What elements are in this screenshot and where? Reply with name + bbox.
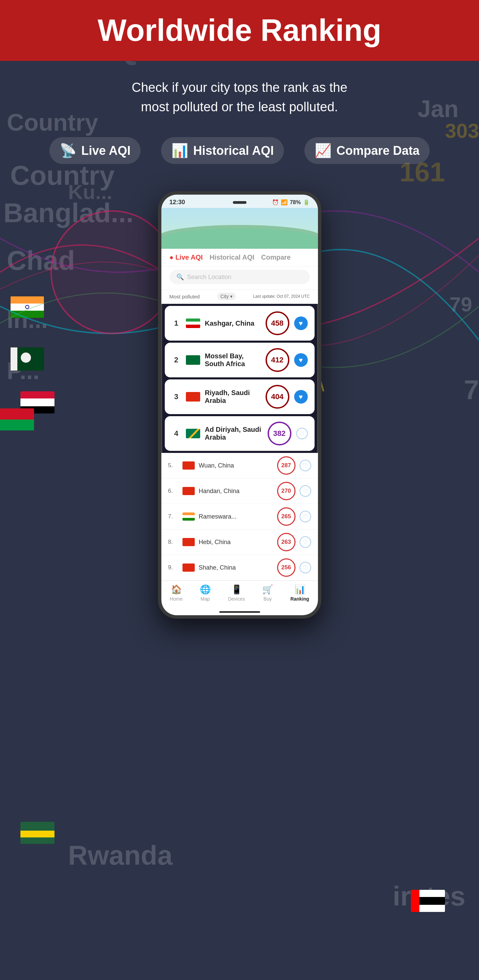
alarm-icon: ⏰ xyxy=(272,199,279,205)
nav-ranking-label: Ranking xyxy=(291,596,309,601)
feature-live-aqi[interactable]: 📡 Live AQI xyxy=(49,137,141,164)
rank-favorite-9[interactable]: ♡ xyxy=(300,562,311,573)
rank-favorite-1[interactable]: ♥ xyxy=(294,317,308,330)
filter-label: Most polluted xyxy=(169,294,200,299)
feature-compare-data[interactable]: 📈 Compare Data xyxy=(304,137,430,164)
rank-card-1: 1 Kashgar, China 458 ♥ xyxy=(165,306,315,340)
rank-number-7: 7. xyxy=(168,513,179,520)
rank-favorite-3[interactable]: ♥ xyxy=(294,390,308,404)
nav-map[interactable]: 🌐 Map xyxy=(200,584,211,601)
rank-number-6: 6. xyxy=(168,488,179,495)
rank-aqi-8: 263 xyxy=(277,533,295,551)
rank-favorite-7[interactable]: ♡ xyxy=(300,511,311,522)
live-aqi-icon: 📡 xyxy=(59,143,77,159)
rank-list-6: 6. Handan, China 270 ♡ xyxy=(161,479,318,504)
rank-list-9: 9. Shahe, China 256 ♡ xyxy=(161,555,318,581)
nav-buy-label: Buy xyxy=(263,596,271,601)
rank-flag-1 xyxy=(186,318,200,328)
rank-aqi-9: 256 xyxy=(277,558,295,577)
status-time: 12:30 xyxy=(169,199,185,206)
search-box[interactable]: 🔍 Search Location xyxy=(169,270,310,284)
tab-historical-aqi[interactable]: Historical AQI xyxy=(210,253,255,261)
buy-icon: 🛒 xyxy=(262,584,273,595)
rank-aqi-4: 382 xyxy=(268,422,291,445)
rank-list-8: 8. Hebi, China 263 ♡ xyxy=(161,530,318,555)
rank-number-2: 2 xyxy=(172,356,181,364)
rank-city-6: Handan, China xyxy=(199,488,273,495)
phone-bottom-nav: 🏠 Home 🌐 Map 📱 Devices 🛒 Buy 📊 Ranking xyxy=(161,581,318,608)
status-icons: ⏰ 📶 78% 🔋 xyxy=(272,199,310,205)
rank-card-4: 4 Ad Diriyah, Saudi Arabia 382 ♡ xyxy=(165,416,315,451)
rank-number-1: 1 xyxy=(172,319,181,328)
rank-city-9: Shahe, China xyxy=(199,564,273,571)
tab-live-aqi[interactable]: Live AQI xyxy=(169,253,203,261)
rank-aqi-3: 404 xyxy=(265,385,289,409)
historical-aqi-icon: 📊 xyxy=(171,143,188,159)
nav-home-label: Home xyxy=(170,596,182,601)
nav-ranking[interactable]: 📊 Ranking xyxy=(291,584,309,601)
rank-number-8: 8. xyxy=(168,539,179,546)
rank-number-3: 3 xyxy=(172,392,181,401)
rank-flag-7 xyxy=(182,512,195,520)
home-bar xyxy=(219,611,260,613)
feature-historical-aqi-label: Historical AQI xyxy=(193,143,274,158)
features-row: 📡 Live AQI 📊 Historical AQI 📈 Compare Da… xyxy=(0,130,479,185)
rank-number-4: 4 xyxy=(172,429,181,438)
home-icon: 🏠 xyxy=(171,584,182,595)
phone-hero xyxy=(161,208,318,249)
nav-home[interactable]: 🏠 Home xyxy=(170,584,182,601)
feature-historical-aqi[interactable]: 📊 Historical AQI xyxy=(161,137,284,164)
rank-flag-9 xyxy=(182,563,195,572)
rank-aqi-7: 265 xyxy=(277,508,295,526)
rank-city-8: Hebi, China xyxy=(199,539,273,546)
phone-mockup: 12:30 ⏰ 📶 78% 🔋 Live AQI Historical AQI … xyxy=(158,191,321,619)
rank-list-5: 5. Wuan, China 287 ♡ xyxy=(161,453,318,479)
feature-compare-data-label: Compare Data xyxy=(336,143,420,158)
header-banner: Worldwide Ranking xyxy=(0,0,479,61)
rank-aqi-1: 458 xyxy=(265,311,289,335)
search-placeholder: Search Location xyxy=(187,274,232,281)
rank-favorite-5[interactable]: ♡ xyxy=(300,460,311,471)
nav-map-label: Map xyxy=(201,596,210,601)
feature-live-aqi-label: Live AQI xyxy=(81,143,131,158)
battery-icon: 🔋 xyxy=(303,199,310,205)
map-icon: 🌐 xyxy=(200,584,211,595)
signal-icon: 📶 xyxy=(281,199,288,205)
rank-favorite-4[interactable]: ♡ xyxy=(296,428,308,439)
status-bar: 12:30 ⏰ 📶 78% 🔋 xyxy=(161,195,318,208)
rank-aqi-6: 270 xyxy=(277,482,295,500)
last-update: Last update: Oct 07, 2024 UTC xyxy=(253,294,310,299)
rank-favorite-8[interactable]: ♡ xyxy=(300,536,311,548)
rank-city-2: Mossel Bay, South Africa xyxy=(205,352,261,368)
nav-buy[interactable]: 🛒 Buy xyxy=(262,584,273,601)
rank-number-9: 9. xyxy=(168,564,179,571)
nav-devices-label: Devices xyxy=(228,596,245,601)
rank-aqi-2: 412 xyxy=(265,348,289,372)
rank-flag-2 xyxy=(186,355,200,365)
rank-flag-5 xyxy=(182,461,195,469)
nav-devices[interactable]: 📱 Devices xyxy=(228,584,245,601)
rank-city-4: Ad Diriyah, Saudi Arabia xyxy=(205,426,263,441)
phone-search: 🔍 Search Location xyxy=(161,266,318,290)
rank-number-5: 5. xyxy=(168,462,179,469)
filter-type-badge[interactable]: City ▾ xyxy=(217,293,236,300)
phone-tabs: Live AQI Historical AQI Compare xyxy=(161,249,318,266)
devices-icon: 📱 xyxy=(231,584,242,595)
compare-data-icon: 📈 xyxy=(315,143,332,159)
home-indicator xyxy=(161,608,318,615)
page-title: Worldwide Ranking xyxy=(21,14,458,47)
rank-favorite-6[interactable]: ♡ xyxy=(300,485,311,497)
rank-city-1: Kashgar, China xyxy=(205,320,261,327)
subtitle-text: Check if your city tops the rank as the … xyxy=(0,61,479,130)
rank-favorite-2[interactable]: ♥ xyxy=(294,353,308,367)
ranking-icon: 📊 xyxy=(294,584,305,595)
tab-compare[interactable]: Compare xyxy=(261,253,291,261)
battery-text: 78% xyxy=(290,199,300,205)
rank-flag-3 xyxy=(186,392,200,401)
rank-card-2: 2 Mossel Bay, South Africa 412 ♥ xyxy=(165,343,315,377)
phone-filter-row: Most polluted City ▾ Last update: Oct 07… xyxy=(161,290,318,304)
rank-city-7: Rameswara... xyxy=(199,513,273,520)
rank-flag-4 xyxy=(186,429,200,438)
rank-flag-6 xyxy=(182,487,195,495)
phone-container: 12:30 ⏰ 📶 78% 🔋 Live AQI Historical AQI … xyxy=(0,185,479,646)
